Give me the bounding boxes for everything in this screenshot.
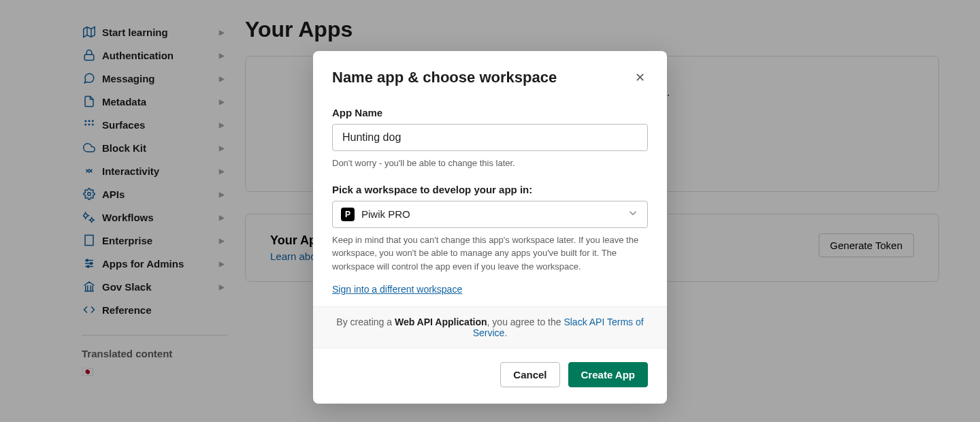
app-name-input[interactable] [332, 124, 648, 151]
modal-body: App Name Don't worry - you'll be able to… [313, 93, 667, 306]
close-icon: ✕ [635, 71, 645, 84]
workspace-helper: Keep in mind that you can't change this … [332, 233, 648, 274]
app-name-helper: Don't worry - you'll be able to change t… [332, 157, 648, 170]
workspace-icon: P [341, 208, 355, 221]
app-name-label: App Name [332, 107, 648, 118]
workspace-name: Piwik PRO [361, 208, 627, 220]
modal-title: Name app & choose workspace [332, 69, 557, 86]
modal-footer: Cancel Create App [313, 348, 667, 404]
modal-overlay[interactable]: Name app & choose workspace ✕ App Name D… [0, 0, 980, 422]
agreement-bar: By creating a Web API Application, you a… [313, 306, 667, 348]
workspace-select[interactable]: P Piwik PRO [332, 201, 648, 228]
modal-header: Name app & choose workspace ✕ [313, 51, 667, 93]
sign-into-different-workspace-link[interactable]: Sign into a different workspace [332, 284, 462, 295]
workspace-label: Pick a workspace to develop your app in: [332, 184, 648, 195]
close-button[interactable]: ✕ [632, 67, 648, 88]
cancel-button[interactable]: Cancel [500, 362, 559, 387]
create-app-button[interactable]: Create App [568, 362, 648, 387]
chevron-down-icon [627, 207, 639, 222]
create-app-modal: Name app & choose workspace ✕ App Name D… [313, 51, 667, 404]
